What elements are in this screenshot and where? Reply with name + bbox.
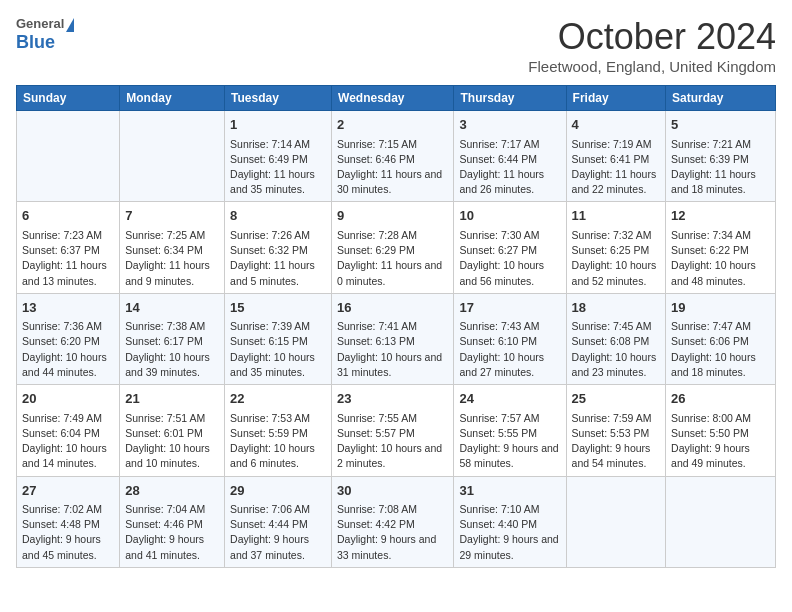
page-header: General Blue October 2024 Fleetwood, Eng… [16,16,776,75]
day-cell: 9Sunrise: 7:28 AM Sunset: 6:29 PM Daylig… [332,202,454,293]
day-number: 21 [125,389,219,409]
day-info: Sunrise: 7:55 AM Sunset: 5:57 PM Dayligh… [337,411,448,472]
day-info: Sunrise: 7:14 AM Sunset: 6:49 PM Dayligh… [230,137,326,198]
day-cell: 12Sunrise: 7:34 AM Sunset: 6:22 PM Dayli… [666,202,776,293]
day-cell: 11Sunrise: 7:32 AM Sunset: 6:25 PM Dayli… [566,202,665,293]
day-info: Sunrise: 7:59 AM Sunset: 5:53 PM Dayligh… [572,411,660,472]
day-number: 6 [22,206,114,226]
header-row: SundayMondayTuesdayWednesdayThursdayFrid… [17,86,776,111]
day-number: 2 [337,115,448,135]
day-info: Sunrise: 7:43 AM Sunset: 6:10 PM Dayligh… [459,319,560,380]
day-cell: 18Sunrise: 7:45 AM Sunset: 6:08 PM Dayli… [566,293,665,384]
day-info: Sunrise: 7:28 AM Sunset: 6:29 PM Dayligh… [337,228,448,289]
day-cell: 4Sunrise: 7:19 AM Sunset: 6:41 PM Daylig… [566,111,665,202]
day-number: 4 [572,115,660,135]
day-number: 18 [572,298,660,318]
day-number: 3 [459,115,560,135]
day-cell: 21Sunrise: 7:51 AM Sunset: 6:01 PM Dayli… [120,385,225,476]
day-number: 28 [125,481,219,501]
day-number: 30 [337,481,448,501]
week-row-1: 1Sunrise: 7:14 AM Sunset: 6:49 PM Daylig… [17,111,776,202]
logo-blue: Blue [16,32,74,54]
day-cell [666,476,776,567]
day-cell: 30Sunrise: 7:08 AM Sunset: 4:42 PM Dayli… [332,476,454,567]
day-cell [17,111,120,202]
logo: General Blue [16,16,74,53]
day-info: Sunrise: 7:10 AM Sunset: 4:40 PM Dayligh… [459,502,560,563]
day-info: Sunrise: 7:49 AM Sunset: 6:04 PM Dayligh… [22,411,114,472]
day-info: Sunrise: 7:04 AM Sunset: 4:46 PM Dayligh… [125,502,219,563]
day-cell: 15Sunrise: 7:39 AM Sunset: 6:15 PM Dayli… [225,293,332,384]
day-info: Sunrise: 7:53 AM Sunset: 5:59 PM Dayligh… [230,411,326,472]
day-info: Sunrise: 7:17 AM Sunset: 6:44 PM Dayligh… [459,137,560,198]
day-cell: 14Sunrise: 7:38 AM Sunset: 6:17 PM Dayli… [120,293,225,384]
day-number: 15 [230,298,326,318]
day-cell: 13Sunrise: 7:36 AM Sunset: 6:20 PM Dayli… [17,293,120,384]
day-number: 10 [459,206,560,226]
day-info: Sunrise: 7:19 AM Sunset: 6:41 PM Dayligh… [572,137,660,198]
day-cell [120,111,225,202]
day-number: 8 [230,206,326,226]
title-block: October 2024 Fleetwood, England, United … [528,16,776,75]
day-info: Sunrise: 7:25 AM Sunset: 6:34 PM Dayligh… [125,228,219,289]
day-number: 24 [459,389,560,409]
day-cell: 2Sunrise: 7:15 AM Sunset: 6:46 PM Daylig… [332,111,454,202]
day-cell: 6Sunrise: 7:23 AM Sunset: 6:37 PM Daylig… [17,202,120,293]
day-number: 31 [459,481,560,501]
day-cell: 1Sunrise: 7:14 AM Sunset: 6:49 PM Daylig… [225,111,332,202]
day-number: 5 [671,115,770,135]
day-info: Sunrise: 7:21 AM Sunset: 6:39 PM Dayligh… [671,137,770,198]
day-info: Sunrise: 7:32 AM Sunset: 6:25 PM Dayligh… [572,228,660,289]
week-row-2: 6Sunrise: 7:23 AM Sunset: 6:37 PM Daylig… [17,202,776,293]
day-cell: 17Sunrise: 7:43 AM Sunset: 6:10 PM Dayli… [454,293,566,384]
day-number: 14 [125,298,219,318]
day-cell: 29Sunrise: 7:06 AM Sunset: 4:44 PM Dayli… [225,476,332,567]
header-day-friday: Friday [566,86,665,111]
day-cell [566,476,665,567]
day-number: 11 [572,206,660,226]
day-cell: 3Sunrise: 7:17 AM Sunset: 6:44 PM Daylig… [454,111,566,202]
day-cell: 16Sunrise: 7:41 AM Sunset: 6:13 PM Dayli… [332,293,454,384]
logo-general: General [16,16,74,32]
day-number: 16 [337,298,448,318]
week-row-3: 13Sunrise: 7:36 AM Sunset: 6:20 PM Dayli… [17,293,776,384]
day-info: Sunrise: 7:02 AM Sunset: 4:48 PM Dayligh… [22,502,114,563]
day-number: 25 [572,389,660,409]
header-day-wednesday: Wednesday [332,86,454,111]
day-info: Sunrise: 7:06 AM Sunset: 4:44 PM Dayligh… [230,502,326,563]
day-info: Sunrise: 7:23 AM Sunset: 6:37 PM Dayligh… [22,228,114,289]
week-row-4: 20Sunrise: 7:49 AM Sunset: 6:04 PM Dayli… [17,385,776,476]
calendar-title: October 2024 [528,16,776,58]
day-cell: 23Sunrise: 7:55 AM Sunset: 5:57 PM Dayli… [332,385,454,476]
calendar-table: SundayMondayTuesdayWednesdayThursdayFrid… [16,85,776,568]
day-cell: 28Sunrise: 7:04 AM Sunset: 4:46 PM Dayli… [120,476,225,567]
day-cell: 20Sunrise: 7:49 AM Sunset: 6:04 PM Dayli… [17,385,120,476]
day-cell: 8Sunrise: 7:26 AM Sunset: 6:32 PM Daylig… [225,202,332,293]
day-info: Sunrise: 7:34 AM Sunset: 6:22 PM Dayligh… [671,228,770,289]
day-number: 23 [337,389,448,409]
day-number: 7 [125,206,219,226]
day-cell: 27Sunrise: 7:02 AM Sunset: 4:48 PM Dayli… [17,476,120,567]
day-cell: 5Sunrise: 7:21 AM Sunset: 6:39 PM Daylig… [666,111,776,202]
day-cell: 26Sunrise: 8:00 AM Sunset: 5:50 PM Dayli… [666,385,776,476]
day-info: Sunrise: 7:08 AM Sunset: 4:42 PM Dayligh… [337,502,448,563]
day-cell: 25Sunrise: 7:59 AM Sunset: 5:53 PM Dayli… [566,385,665,476]
day-number: 22 [230,389,326,409]
day-number: 29 [230,481,326,501]
day-cell: 24Sunrise: 7:57 AM Sunset: 5:55 PM Dayli… [454,385,566,476]
day-number: 17 [459,298,560,318]
day-cell: 7Sunrise: 7:25 AM Sunset: 6:34 PM Daylig… [120,202,225,293]
day-info: Sunrise: 7:47 AM Sunset: 6:06 PM Dayligh… [671,319,770,380]
day-info: Sunrise: 7:30 AM Sunset: 6:27 PM Dayligh… [459,228,560,289]
header-day-sunday: Sunday [17,86,120,111]
day-number: 27 [22,481,114,501]
day-number: 19 [671,298,770,318]
day-number: 13 [22,298,114,318]
day-cell: 22Sunrise: 7:53 AM Sunset: 5:59 PM Dayli… [225,385,332,476]
header-day-saturday: Saturday [666,86,776,111]
day-cell: 10Sunrise: 7:30 AM Sunset: 6:27 PM Dayli… [454,202,566,293]
day-info: Sunrise: 7:15 AM Sunset: 6:46 PM Dayligh… [337,137,448,198]
day-info: Sunrise: 7:57 AM Sunset: 5:55 PM Dayligh… [459,411,560,472]
day-number: 20 [22,389,114,409]
day-number: 1 [230,115,326,135]
